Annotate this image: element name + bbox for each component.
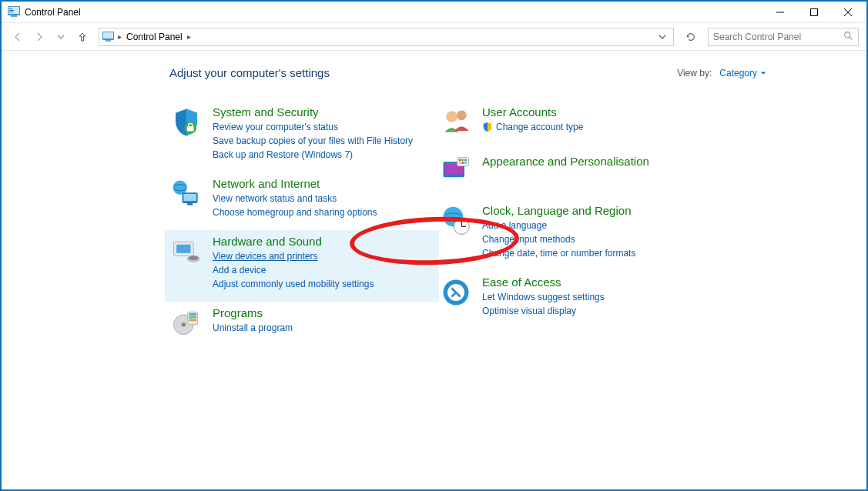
recent-locations-button[interactable] xyxy=(52,28,69,45)
link-adjust-mobility[interactable]: Adjust commonly used mobility settings xyxy=(213,277,374,291)
category-user-accounts: User Accounts Change account type xyxy=(439,101,709,150)
category-hardware-sound: Hardware and Sound View devices and prin… xyxy=(165,230,439,302)
chevron-right-icon[interactable]: ▸ xyxy=(186,32,193,41)
window-title: Control Panel xyxy=(25,7,81,18)
svg-rect-37 xyxy=(459,159,461,162)
address-bar[interactable]: ▸ Control Panel ▸ xyxy=(99,28,674,46)
content-area: Adjust your computer's settings View by:… xyxy=(2,51,866,351)
svg-point-33 xyxy=(457,110,467,120)
svg-rect-4 xyxy=(9,12,13,12)
category-clock-language-region: Clock, Language and Region Add a languag… xyxy=(439,199,709,271)
user-accounts-icon xyxy=(439,105,473,139)
svg-rect-30 xyxy=(189,316,196,319)
svg-point-25 xyxy=(189,256,199,261)
svg-rect-23 xyxy=(176,245,190,253)
forward-button[interactable] xyxy=(31,28,48,45)
programs-icon xyxy=(169,306,203,340)
breadcrumb-control-panel[interactable]: Control Panel xyxy=(125,32,184,42)
svg-point-13 xyxy=(845,32,850,37)
appearance-icon xyxy=(439,155,473,189)
category-appearance: Appearance and Personalisation xyxy=(439,150,709,199)
svg-point-27 xyxy=(182,322,186,327)
hardware-icon xyxy=(169,235,203,269)
search-input[interactable] xyxy=(713,32,836,42)
svg-rect-39 xyxy=(464,159,467,162)
back-button[interactable] xyxy=(9,28,26,45)
category-title[interactable]: Appearance and Personalisation xyxy=(482,155,649,168)
network-icon xyxy=(169,177,203,211)
address-dropdown-button[interactable] xyxy=(655,29,670,45)
svg-rect-3 xyxy=(9,10,14,11)
category-link[interactable]: Change date, time or number formats xyxy=(482,246,635,260)
control-panel-icon xyxy=(102,31,115,43)
svg-rect-41 xyxy=(461,162,464,164)
view-by-label: View by: xyxy=(677,68,712,78)
chevron-right-icon[interactable]: ▸ xyxy=(116,32,123,41)
maximize-button[interactable] xyxy=(797,2,831,23)
shield-icon xyxy=(169,105,203,139)
category-title[interactable]: User Accounts xyxy=(482,105,583,119)
link-view-devices-printers[interactable]: View devices and printers xyxy=(213,249,374,263)
category-link[interactable]: View network status and tasks xyxy=(213,192,377,205)
svg-rect-7 xyxy=(811,8,818,15)
svg-point-32 xyxy=(446,111,457,122)
svg-rect-17 xyxy=(187,126,194,131)
link-change-account-type[interactable]: Change account type xyxy=(496,120,583,134)
close-button[interactable] xyxy=(831,2,865,23)
category-link[interactable]: Add a language xyxy=(482,219,635,232)
category-ease-of-access: Ease of Access Let Windows suggest setti… xyxy=(439,271,709,329)
category-link[interactable]: Review your computer's status xyxy=(213,120,413,134)
chevron-down-icon xyxy=(760,70,766,76)
svg-rect-2 xyxy=(9,8,12,9)
svg-rect-42 xyxy=(464,162,467,164)
search-box[interactable] xyxy=(708,28,859,46)
category-link[interactable]: Let Windows suggest settings xyxy=(482,290,605,304)
category-link[interactable]: Uninstall a program xyxy=(213,321,293,335)
svg-rect-29 xyxy=(189,313,196,316)
svg-rect-31 xyxy=(189,319,196,322)
svg-rect-20 xyxy=(183,194,196,201)
category-title[interactable]: Hardware and Sound xyxy=(213,235,374,248)
category-link[interactable]: Choose homegroup and sharing options xyxy=(213,205,377,219)
category-programs: Programs Uninstall a program xyxy=(169,302,439,351)
category-link[interactable]: Back up and Restore (Windows 7) xyxy=(213,148,413,162)
ease-of-access-icon xyxy=(439,276,473,309)
svg-rect-5 xyxy=(11,15,17,17)
nav-toolbar: ▸ Control Panel ▸ xyxy=(2,23,866,51)
clock-region-icon xyxy=(439,204,473,238)
title-bar: Control Panel xyxy=(2,2,866,23)
uac-shield-icon xyxy=(482,122,493,132)
svg-line-14 xyxy=(850,37,852,39)
svg-rect-38 xyxy=(461,159,464,162)
category-link[interactable]: Change input methods xyxy=(482,232,635,246)
category-title[interactable]: Ease of Access xyxy=(482,276,605,289)
link-add-device[interactable]: Add a device xyxy=(213,263,374,277)
svg-rect-40 xyxy=(459,162,461,164)
category-network-internet: Network and Internet View network status… xyxy=(169,172,439,230)
svg-rect-11 xyxy=(103,32,113,38)
category-title[interactable]: Programs xyxy=(213,306,293,319)
category-link[interactable]: Save backup copies of your files with Fi… xyxy=(213,134,413,148)
view-by-value: Category xyxy=(719,68,757,78)
category-title[interactable]: Network and Internet xyxy=(213,177,377,190)
view-by-dropdown[interactable]: Category xyxy=(719,68,766,78)
svg-rect-12 xyxy=(106,40,111,42)
category-link[interactable]: Optimise visual display xyxy=(482,304,605,318)
category-system-security: System and Security Review your computer… xyxy=(169,101,439,172)
page-heading: Adjust your computer's settings xyxy=(169,66,330,79)
category-title[interactable]: Clock, Language and Region xyxy=(482,204,635,217)
category-title[interactable]: System and Security xyxy=(213,105,413,119)
minimize-button[interactable] xyxy=(763,2,797,23)
control-panel-icon xyxy=(8,6,20,18)
search-icon xyxy=(843,31,853,43)
refresh-button[interactable] xyxy=(682,28,700,46)
up-button[interactable] xyxy=(74,28,91,45)
svg-rect-21 xyxy=(187,203,193,205)
